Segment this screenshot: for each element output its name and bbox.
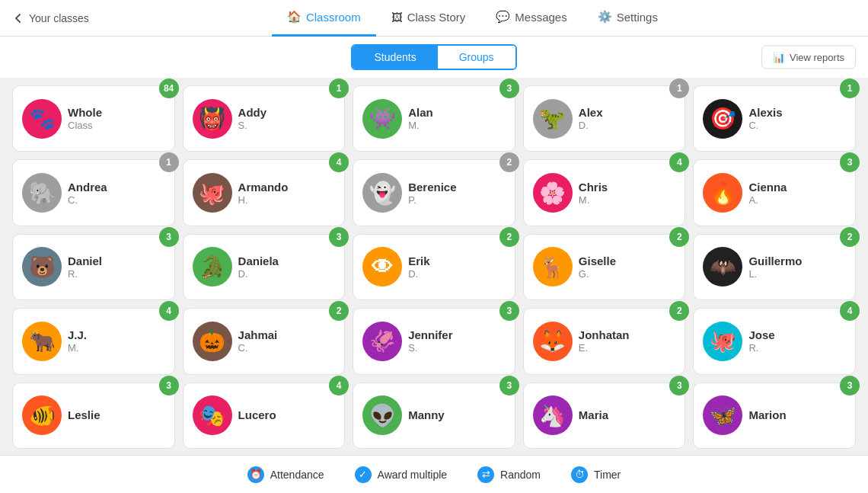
student-card-alan[interactable]: 3 👾 Alan M. [353, 85, 515, 152]
student-info-lucero: Lucero [238, 408, 276, 422]
student-name-guillermo: Guillermo [748, 255, 802, 268]
student-card-daniel[interactable]: 3 🐻 Daniel R. [12, 234, 175, 300]
back-button[interactable]: Your classes [12, 12, 89, 24]
avatar-jj: 🐂 [22, 322, 62, 361]
student-name-maria: Maria [579, 408, 608, 422]
student-card-jahmai[interactable]: 2 🎃 Jahmai C. [183, 308, 346, 374]
students-groups-toggle[interactable]: Students Groups [351, 44, 516, 70]
badge-alan: 3 [499, 78, 519, 98]
student-info-cienna: Cienna A. [748, 181, 787, 206]
badge-alex: 1 [669, 78, 689, 98]
student-card-leslie[interactable]: 3 🐠 Leslie [12, 383, 175, 449]
badge-daniela: 3 [329, 227, 349, 247]
student-last-berenice: P. [408, 194, 456, 206]
student-info-alex: Alex D. [579, 106, 603, 131]
student-name-jj: J.J. [68, 328, 87, 342]
tab-messages[interactable]: 💬 Messages [480, 0, 582, 37]
student-name-manny: Manny [408, 408, 445, 422]
student-card-alex[interactable]: 1 🦖 Alex D. [523, 85, 686, 152]
badge-jj: 4 [159, 301, 179, 321]
student-card-jennifer[interactable]: 3 🦑 Jennifer S. [353, 308, 515, 374]
avatar-daniela: 🐊 [193, 247, 232, 287]
student-card-guillermo[interactable]: 2 🦇 Guillermo L. [693, 234, 856, 300]
student-info-andrea: Andrea C. [68, 181, 107, 206]
student-card-marion[interactable]: 3 🦋 Marion [693, 383, 856, 449]
student-info-daniela: Daniela D. [238, 255, 279, 280]
student-info-jonhatan: Jonhatan E. [579, 328, 630, 354]
student-card-armando[interactable]: 4 🐙 Armando H. [183, 159, 346, 226]
student-last-chris: M. [579, 194, 608, 206]
student-info-jose: Jose R. [748, 328, 774, 354]
student-name-leslie: Leslie [68, 408, 101, 422]
student-name-marion: Marion [748, 408, 786, 422]
avatar-daniel: 🐻 [22, 247, 62, 287]
view-reports-icon: 📊 [773, 52, 785, 63]
student-last-addy: S. [238, 120, 267, 131]
student-info-alexis: Alexis C. [748, 106, 782, 131]
tab-classroom[interactable]: 🏠 Classroom [272, 0, 376, 37]
student-last-jonhatan: E. [579, 342, 630, 354]
student-name-erik: Erik [408, 255, 429, 268]
student-info-alan: Alan M. [408, 106, 433, 131]
badge-maria: 3 [669, 376, 689, 395]
avatar-addy: 👹 [193, 99, 232, 139]
badge-cienna: 3 [840, 152, 860, 172]
student-card-giselle[interactable]: 2 🦌 Giselle G. [523, 234, 686, 300]
student-info-whole-class: Whole Class [68, 106, 102, 131]
student-card-cienna[interactable]: 3 🔥 Cienna A. [693, 159, 856, 226]
student-card-lucero[interactable]: 4 🎭 Lucero [183, 383, 346, 449]
student-card-berenice[interactable]: 2 👻 Berenice P. [353, 159, 515, 226]
student-card-jose[interactable]: 4 🐙 Jose R. [693, 308, 856, 374]
nav-tabs: 🏠 Classroom 🖼 Class Story 💬 Messages ⚙️ … [272, 0, 673, 37]
student-card-whole-class[interactable]: 84 🐾 Whole Class [12, 85, 175, 152]
avatar-cienna: 🔥 [703, 173, 742, 213]
student-info-jahmai: Jahmai C. [238, 328, 278, 354]
tab-settings[interactable]: ⚙️ Settings [582, 0, 673, 37]
badge-lucero: 4 [329, 376, 349, 395]
groups-toggle-btn[interactable]: Groups [438, 46, 515, 69]
avatar-alex: 🦖 [533, 99, 573, 139]
student-card-daniela[interactable]: 3 🐊 Daniela D. [183, 234, 346, 300]
student-card-addy[interactable]: 1 👹 Addy S. [183, 85, 346, 152]
student-card-jj[interactable]: 4 🐂 J.J. M. [12, 308, 175, 374]
student-last-jahmai: C. [238, 342, 278, 354]
class-story-icon: 🖼 [391, 11, 403, 24]
avatar-berenice: 👻 [362, 173, 402, 213]
student-card-manny[interactable]: 3 👽 Manny [353, 383, 515, 449]
student-card-chris[interactable]: 4 🌸 Chris M. [523, 159, 686, 226]
student-name-addy: Addy [238, 106, 267, 120]
attendance-button[interactable]: ⏰ Attendance [247, 466, 324, 483]
avatar-andrea: 🐘 [22, 173, 62, 213]
student-name-chris: Chris [579, 181, 608, 194]
student-name-alex: Alex [579, 106, 603, 120]
random-button[interactable]: ⇄ Random [477, 466, 541, 483]
award-multiple-button[interactable]: ✓ Award multiple [355, 466, 448, 483]
tab-class-story[interactable]: 🖼 Class Story [376, 0, 481, 37]
student-last-alex: D. [579, 120, 603, 131]
bottom-bar: ⏰ Attendance ✓ Award multiple ⇄ Random ⏱… [0, 455, 868, 493]
avatar-chris: 🌸 [533, 173, 573, 213]
messages-icon: 💬 [496, 10, 510, 24]
badge-armando: 4 [329, 152, 349, 172]
timer-button[interactable]: ⏱ Timer [571, 466, 621, 483]
student-name-alan: Alan [408, 106, 433, 120]
student-card-jonhatan[interactable]: 2 🦊 Jonhatan E. [523, 308, 686, 374]
student-card-maria[interactable]: 3 🦄 Maria [523, 383, 686, 449]
view-reports-button[interactable]: 📊 View reports [761, 46, 856, 69]
back-label: Your classes [29, 12, 89, 24]
avatar-erik: 👁 [362, 247, 402, 287]
student-info-leslie: Leslie [68, 408, 101, 422]
badge-guillermo: 2 [840, 227, 860, 247]
avatar-alexis: 🎯 [703, 99, 742, 139]
student-card-andrea[interactable]: 1 🐘 Andrea C. [12, 159, 175, 226]
student-card-alexis[interactable]: 1 🎯 Alexis C. [693, 85, 856, 152]
students-toggle-btn[interactable]: Students [353, 46, 437, 69]
avatar-marion: 🦋 [703, 395, 742, 435]
student-name-jonhatan: Jonhatan [579, 328, 630, 342]
badge-addy: 1 [329, 78, 349, 98]
student-card-erik[interactable]: 2 👁 Erik D. [353, 234, 515, 300]
student-info-berenice: Berenice P. [408, 181, 456, 206]
student-name-cienna: Cienna [748, 181, 787, 194]
avatar-armando: 🐙 [193, 173, 232, 213]
student-name-daniela: Daniela [238, 255, 279, 268]
